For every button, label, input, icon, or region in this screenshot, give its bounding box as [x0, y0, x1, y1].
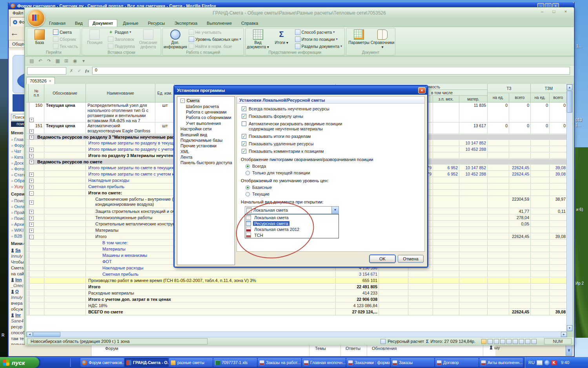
radio-icon[interactable]: [246, 185, 250, 190]
expander-icon[interactable]: +: [29, 154, 34, 158]
desktop-icon-label[interactable]: 1...: [576, 44, 582, 48]
forum-column-форум[interactable]: Форум: [105, 346, 118, 351]
tree-item-шаблон-расчета[interactable]: Шаблон расчета: [179, 103, 235, 109]
tab-выполнение[interactable]: Выполнение: [203, 20, 236, 27]
checkbox-показывать-комментарии-к-позициям[interactable]: ✓Показывать комментарии к позициям: [242, 149, 421, 154]
table-row[interactable]: Сметная прибыль3 154 671: [26, 271, 567, 277]
table-row[interactable]: ВСЕГО по смете27 029 124,...22624,4539,0…: [26, 309, 567, 315]
tree-item-панель-быстрого-доступа[interactable]: Панель быстрого доступа: [179, 160, 235, 165]
checkbox-icon[interactable]: ✓: [242, 114, 246, 119]
tab-ресурсы[interactable]: Ресурсы: [144, 20, 169, 27]
taskbar-button-заказы-на-работ[interactable]: Заказы на работ...: [258, 358, 301, 367]
desktop-icon-label[interactable]: 013: [575, 118, 582, 122]
checkbox-icon[interactable]: [242, 121, 246, 126]
table-row[interactable]: Расходные материалы414 233: [26, 290, 567, 296]
tab-справка[interactable]: Справка: [237, 20, 262, 27]
checkbox-icon[interactable]: ✓: [242, 149, 246, 154]
scrollbar-thumb[interactable]: [33, 332, 60, 337]
смета-button[interactable]: Смета: [52, 29, 79, 35]
language-indicator[interactable]: RU: [528, 360, 535, 365]
collapse-icon[interactable]: -: [180, 99, 185, 103]
checkbox-icon[interactable]: ✓: [242, 141, 246, 146]
radio-только-для-текущей-позиции[interactable]: Только для текущей позиции: [246, 170, 421, 175]
справочники-button[interactable]: Справочники ▾: [371, 29, 394, 49]
doc-view-1-icon[interactable]: [481, 339, 486, 344]
cancel-button[interactable]: Отмена: [398, 255, 424, 263]
dialog-titlebar[interactable]: Установки программы: [175, 86, 427, 95]
combobox-arrow-icon[interactable]: ▼: [331, 207, 339, 214]
tree-item-лента[interactable]: Лента: [179, 154, 235, 160]
checkbox-всегда-показывать-неучтенные-ресурсы[interactable]: ✓Всегда показывать неучтенные ресурсы: [242, 106, 421, 112]
taskbar-button-7097737-1-xls[interactable]: 7097737-1.xls: [213, 358, 257, 367]
radio-icon[interactable]: [246, 192, 250, 196]
итоги-по-позиции-button[interactable]: Итоги по позиции▾: [294, 36, 343, 42]
table-row[interactable]: НДС 18%4 123 086,84: [26, 303, 567, 309]
expander-icon[interactable]: +: [29, 179, 34, 183]
redo-icon[interactable]: ↷: [46, 58, 52, 64]
radio-icon[interactable]: [246, 164, 250, 168]
checkbox-icon[interactable]: ✓: [242, 134, 246, 139]
tree-item-прочие-установки[interactable]: Прочие установки: [179, 143, 235, 148]
expander-icon[interactable]: +: [29, 118, 34, 122]
forum-column-темы[interactable]: Темы: [315, 346, 326, 351]
expander-icon[interactable]: +: [29, 216, 34, 220]
expander-icon[interactable]: -: [29, 235, 34, 239]
expander-icon[interactable]: +: [29, 160, 34, 164]
вид-документа-button[interactable]: Вид документа ▾: [247, 29, 269, 49]
параметры-button[interactable]: Параметры: [348, 29, 370, 49]
tree-item-учет-выполнения[interactable]: Учет выполнения: [179, 121, 235, 126]
save-icon[interactable]: ▤: [29, 58, 35, 64]
menu-file[interactable]: Файл: [13, 11, 23, 15]
horizontal-scrollbar[interactable]: ◄ ►: [26, 331, 567, 337]
checkbox-показывать-формулу-цены[interactable]: ✓Показывать формулу цены: [242, 114, 421, 119]
tab-экспертиза[interactable]: Экспертиза: [170, 20, 201, 27]
doc-view-8-icon[interactable]: [525, 339, 530, 344]
tree-item-смета[interactable]: -Смета: [179, 98, 235, 103]
doc-view-2-icon[interactable]: [488, 339, 493, 344]
tree-item-настройки-сети[interactable]: Настройки сети: [179, 126, 235, 132]
forum-column-обновления[interactable]: Обновления: [372, 346, 397, 351]
radio-текущие[interactable]: Текущие: [246, 192, 421, 196]
desktop-icon-label[interactable]: Ир 2: [575, 281, 584, 286]
online-user-badge[interactable]: шу: [490, 345, 500, 350]
expander-icon[interactable]: +: [29, 135, 34, 139]
tray-app-icon[interactable]: [544, 360, 550, 365]
taskbar-button-акты-выполненн[interactable]: Акты выполненн...: [479, 358, 523, 367]
close-tab-icon[interactable]: ×: [49, 79, 51, 83]
keyboard-icon[interactable]: [537, 360, 542, 365]
doc-view-4-icon[interactable]: [500, 339, 505, 344]
tab-вид[interactable]: Вид: [71, 20, 87, 27]
doc-view-9-icon[interactable]: [532, 339, 537, 344]
desktop-icon-label[interactable]: и 6): [576, 207, 583, 212]
разделы-документа-button[interactable]: Разделы документа▾: [294, 43, 343, 49]
scroll-left-icon[interactable]: ◄: [27, 332, 33, 337]
scroll-down-icon[interactable]: ∨: [566, 345, 572, 356]
taskbar-button-заказы[interactable]: Заказы: [391, 358, 434, 367]
expander-icon[interactable]: +: [29, 185, 34, 189]
desktop-icon-label[interactable]: 1...: [575, 123, 581, 127]
doc-view-3-icon[interactable]: [494, 339, 499, 344]
zoom-icon[interactable]: ⊞: [63, 58, 69, 64]
table-row[interactable]: Итого с учетом доп. затрат в тек ценах22…: [26, 297, 567, 302]
expander-icon[interactable]: +: [29, 129, 34, 134]
tree-item-работа-с-ценниками[interactable]: Работа с ценниками: [179, 109, 235, 115]
table-row[interactable]: Производство работ в зимнее время (ГСН 8…: [26, 278, 567, 284]
clock[interactable]: 9:40: [561, 360, 569, 365]
radio-всегда[interactable]: Всегда: [246, 164, 421, 168]
expander-icon[interactable]: +: [29, 229, 34, 233]
back-icon[interactable]: ←: [10, 28, 19, 38]
application-menu-button[interactable]: [27, 9, 45, 27]
taskbar-button-гранд-смета-о[interactable]: ГРАНД-Смета - О...: [125, 358, 168, 367]
ok-button[interactable]: OK: [370, 255, 395, 263]
close-icon[interactable]: ×: [418, 87, 426, 93]
tree-item-внешний-вид[interactable]: Внешний вид: [179, 132, 235, 137]
radio-icon[interactable]: [246, 171, 250, 175]
tab-документ[interactable]: Документ: [88, 19, 117, 27]
expander-icon[interactable]: +: [29, 148, 34, 152]
scroll-right-icon[interactable]: ►: [561, 332, 567, 337]
radio-базисные[interactable]: Базисные: [246, 185, 421, 190]
expander-icon[interactable]: +: [29, 172, 34, 177]
more-icon[interactable]: ▾: [80, 58, 87, 64]
undo-icon[interactable]: ↶: [37, 58, 44, 64]
итоги-button[interactable]: ΣИтоги ▾: [270, 29, 293, 49]
